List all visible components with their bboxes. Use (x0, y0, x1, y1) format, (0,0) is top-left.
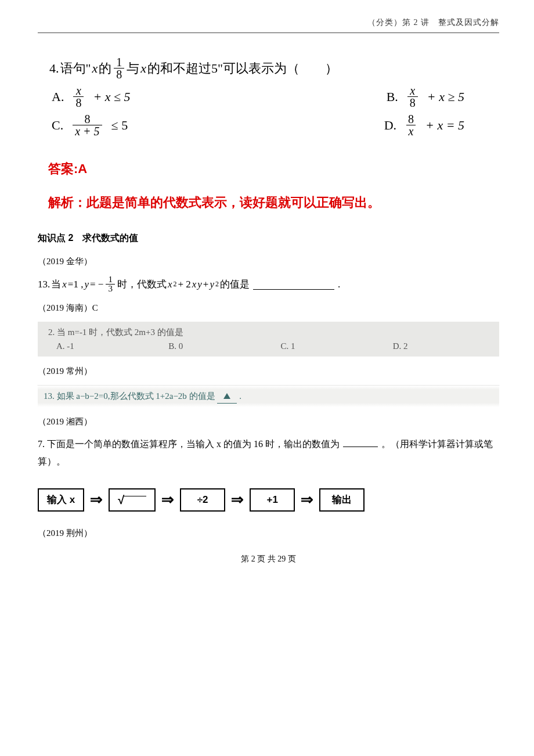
frac-num: 1 (106, 275, 115, 284)
q13-blank (253, 279, 334, 290)
source-jinhua: （2019 金华） (38, 256, 499, 267)
scan1-options: A. -1 B. 0 C. 1 D. 2 (48, 339, 493, 353)
arrow-icon: ⇒ (90, 492, 103, 507)
flow-box-output: 输出 (319, 488, 365, 512)
frac-num: 1 (114, 56, 124, 68)
scan2-blank (217, 389, 237, 404)
choice-C: C. 8 x + 5 ≤ 5 (52, 113, 264, 137)
page: （分类）第 2 讲 整式及因式分解 4. 语句" x 的 1 8 与 x 的和不… (0, 0, 534, 697)
choice-A-label: A. (52, 85, 64, 109)
q13-eq1: =1 , (68, 279, 84, 290)
q7-text-a: 7. 下面是一个简单的数值运算程序，当输入 x 的值为 16 时，输出的数值为 (38, 439, 340, 449)
page-header: （分类）第 2 讲 整式及因式分解 (38, 17, 499, 30)
q4-var-x2: x (140, 57, 146, 80)
scan1-B: B. 0 (168, 339, 269, 353)
choice-B: B. x 8 + x ≥ 5 (387, 85, 499, 109)
choice-C-tail: ≤ 5 (111, 114, 128, 137)
frac-den: 8 (73, 96, 84, 109)
choice-D-label: D. (384, 114, 396, 137)
question-7: 7. 下面是一个简单的数值运算程序，当输入 x 的值为 16 时，输出的数值为 … (38, 435, 499, 471)
source-hainan: （2019 海南）C (38, 303, 499, 314)
q13-end: . (338, 279, 340, 290)
arrow-icon: ⇒ (231, 492, 244, 507)
choice-B-label: B. (387, 85, 398, 109)
frac-num: x (407, 85, 417, 96)
explain-line: 解析：此题是简单的代数式表示，读好题就可以正确写出。 (38, 194, 499, 211)
q13-x: x (62, 279, 67, 290)
choice-A-tail: + x ≤ 5 (93, 85, 130, 109)
q13-x2: x (168, 279, 172, 290)
q4-text-a: 语句" (60, 57, 91, 80)
scanned-question-hainan: 2. 当 m=-1 时，代数式 2m+3 的值是 A. -1 B. 0 C. 1… (38, 322, 499, 357)
flow-box-input: 输入 x (38, 488, 84, 512)
scan2-text-a: 13. 如果 a−b−2=0,那么代数式 1+2a−2b 的值是 (44, 391, 215, 401)
q4-frac-1-8: 1 8 (114, 56, 124, 80)
question-4: 4. 语句" x 的 1 8 与 x 的和不超过5"可以表示为（ ） A. x … (38, 56, 499, 137)
knowledge-point-2-title: 知识点 2 求代数式的值 (38, 232, 499, 244)
scan1-stem: 2. 当 m=-1 时，代数式 2m+3 的值是 (48, 325, 493, 339)
question-13: 13. 当 x =1 , y = − 1 3 时，代数式 x2 + 2 xy +… (38, 275, 499, 293)
flowchart: 输入 x ⇒ √ ⇒ ÷2 ⇒ +1 ⇒ 输出 (38, 483, 499, 517)
q13-xy-x: x (192, 279, 197, 290)
flow-box-sqrt: √ (109, 488, 156, 512)
q13-y: y (84, 279, 89, 290)
source-jingzhou: （2019 荆州） (38, 528, 499, 539)
q4-text-b: 的 (99, 57, 111, 80)
page-footer: 第 2 页 共 29 页 (38, 554, 499, 564)
choice-C-label: C. (52, 114, 63, 137)
header-rule (38, 33, 499, 33)
choice-B-tail: + x ≥ 5 (427, 85, 464, 109)
scan1-D: D. 2 (393, 339, 493, 353)
triangle-icon (223, 393, 230, 399)
choice-A-frac: x 8 (73, 85, 84, 109)
flow-box-plus1: +1 (250, 488, 295, 512)
q13-a: 当 (51, 278, 61, 291)
arrow-icon: ⇒ (161, 492, 174, 507)
choice-C-frac: 8 x + 5 (73, 113, 102, 137)
source-xiangxi: （2019 湘西） (38, 416, 499, 427)
frac-num: x (74, 85, 84, 96)
q4-text-d: 的和不超过5"可以表示为（ ） (147, 57, 338, 80)
q4-var-x1: x (92, 57, 98, 80)
scan2-text-b: . (239, 391, 241, 401)
q13-frac: 1 3 (106, 275, 115, 293)
frac-den: 8 (407, 96, 418, 109)
q7-blank (343, 437, 378, 447)
choice-A: A. x 8 + x ≤ 5 (52, 85, 264, 109)
q13-eq2: = − (90, 279, 103, 290)
q4-number: 4. (49, 57, 59, 80)
choice-B-frac: x 8 (407, 85, 418, 109)
source-changzhou: （2019 常州） (38, 366, 499, 377)
choice-D-frac: 8 x (406, 113, 416, 137)
q13-tail: 的值是 (220, 278, 250, 291)
scan1-C: C. 1 (281, 339, 381, 353)
scan1-A: A. -1 (56, 339, 157, 353)
q4-text-c: 与 (127, 57, 139, 80)
sup-2b: 2 (215, 280, 219, 289)
frac-num: 8 (406, 113, 416, 125)
choice-D: D. 8 x + x = 5 (384, 113, 499, 137)
question-4-choices: A. x 8 + x ≤ 5 B. x 8 + x ≥ 5 C. 8 (49, 85, 499, 137)
q13-y2: y (210, 279, 214, 290)
q13-xy-y: y (197, 279, 202, 290)
frac-den: 8 (114, 68, 124, 80)
sqrt-icon: √ (118, 494, 146, 506)
frac-den: 3 (106, 284, 115, 293)
sup-2a: 2 (173, 280, 176, 289)
choice-D-tail: + x = 5 (425, 114, 464, 137)
q13-plus2: + (203, 279, 209, 290)
q13-plus1: + 2 (178, 279, 190, 290)
frac-den: x (406, 125, 416, 137)
frac-num: 8 (82, 113, 92, 125)
scanned-question-changzhou: 13. 如果 a−b−2=0,那么代数式 1+2a−2b 的值是 . (38, 385, 499, 407)
q13-mid: 时，代数式 (117, 278, 167, 291)
answer-line: 答案:A (38, 160, 499, 178)
flow-box-div2: ÷2 (180, 488, 225, 512)
frac-den: x + 5 (73, 125, 102, 137)
arrow-icon: ⇒ (301, 492, 313, 507)
question-4-stem: 4. 语句" x 的 1 8 与 x 的和不超过5"可以表示为（ ） (49, 56, 499, 80)
q13-num: 13. (38, 279, 50, 290)
